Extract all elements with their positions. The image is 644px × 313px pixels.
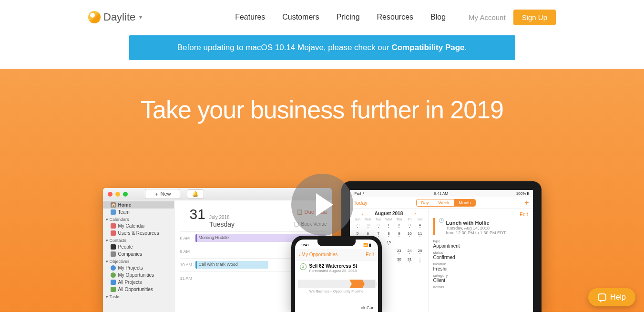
new-button: ＋ New xyxy=(145,189,180,199)
sidebar-item-my-projects: My Projects xyxy=(103,264,174,271)
hero-section: Take your business further in 2019 ＋ New… xyxy=(0,69,644,312)
iphone-contact-snippet: ok Carr xyxy=(361,305,375,310)
sidebar-head-tasks: ▾ Tasks xyxy=(103,293,174,300)
ipad-add-icon: + xyxy=(524,198,529,207)
logo-icon xyxy=(88,11,101,23)
brand-logo[interactable]: Daylite ▾ xyxy=(88,11,142,23)
sidebar-item-companies: Companies xyxy=(103,250,174,258)
sidebar-item-my-opportunities: My Opportunities xyxy=(103,271,174,279)
date-weekday: Tuesday xyxy=(209,220,235,229)
hero-headline: Take your business further in 2019 xyxy=(0,95,644,124)
banner-suffix: . xyxy=(465,43,467,52)
brand-name: Daylite xyxy=(103,11,135,23)
seg-month: Month xyxy=(454,199,475,206)
play-icon xyxy=(316,193,333,216)
cal-prev-icon: ‹ xyxy=(361,211,363,216)
iphone-header: ‹ My Opportunities Edit xyxy=(295,249,378,261)
iphone-back-link: ‹ My Opportunities xyxy=(299,252,338,257)
sidebar-item-my-calendar: My Calendar xyxy=(103,222,174,230)
iphone-opportunity-card: $ Sell 62 Watercress St Forecasted Augus… xyxy=(295,261,378,276)
iphone-device: 9:41📶 ▮ ‹ My Opportunities Edit $ Sell 6… xyxy=(291,236,382,312)
banner-link: Compatibility Page xyxy=(392,43,465,52)
help-label: Help xyxy=(610,293,626,302)
seg-day: Day xyxy=(417,199,434,206)
close-dot-icon xyxy=(108,192,112,197)
sidebar-item-all-opportunities: All Opportunities xyxy=(103,286,174,293)
seg-week: Week xyxy=(434,199,454,206)
sidebar-item-people: People xyxy=(103,243,174,250)
sidebar-head-objectives: ▾ Objectives xyxy=(103,258,174,264)
sidebar-item-team: Team xyxy=(103,209,174,216)
nav-pricing[interactable]: Pricing xyxy=(337,13,360,21)
nav-customers[interactable]: Customers xyxy=(282,13,319,21)
chat-bubble-icon xyxy=(598,293,606,301)
play-video-button[interactable] xyxy=(291,174,353,236)
account-area: My Account Sign Up xyxy=(469,10,556,25)
iphone-notch xyxy=(317,240,356,246)
date-month: July 2018 xyxy=(209,215,235,220)
compatibility-banner[interactable]: Before updating to macOS 10.14 Mojave, p… xyxy=(129,35,515,60)
main-nav: Features Customers Pricing Resources Blo… xyxy=(235,13,446,21)
nav-resources[interactable]: Resources xyxy=(377,13,413,21)
date-day: 31 xyxy=(190,206,205,222)
banner-prefix: Before updating to macOS 10.14 Mojave, p… xyxy=(177,43,392,52)
sidebar-item-all-projects: All Projects xyxy=(103,279,174,286)
mac-sidebar: 🏠Home Team ▾ Calendars My Calendar Users… xyxy=(103,200,174,312)
event-call-mark: Call with Mark Wood xyxy=(195,261,268,269)
sidebar-head-calendars: ▾ Calendars xyxy=(103,216,174,222)
sidebar-head-contacts: ▾ Contacts xyxy=(103,237,174,243)
help-widget[interactable]: Help xyxy=(588,288,635,306)
ipad-header: Today Day Week Month + xyxy=(350,197,533,209)
ipad-event-detail: Edit 🕐 Lunch with Hollie Tuesday, Aug 14… xyxy=(429,209,533,312)
minimize-dot-icon xyxy=(115,192,120,197)
bell-icon: 🔔 xyxy=(187,189,204,198)
iphone-edit-link: Edit xyxy=(366,252,374,257)
opportunity-pipeline xyxy=(298,280,375,288)
ipad-statusbar: iPad ᯤ9:41 AM100% ▮ xyxy=(350,190,533,197)
nav-blog[interactable]: Blog xyxy=(430,13,446,21)
ipad-edit-link: Edit xyxy=(433,212,528,217)
sidebar-item-home: 🏠Home xyxy=(103,201,174,209)
signup-button[interactable]: Sign Up xyxy=(513,10,556,25)
event-title: Lunch with Hollie xyxy=(446,220,506,226)
chevron-down-icon: ▾ xyxy=(139,14,142,21)
zoom-dot-icon xyxy=(123,192,128,197)
nav-features[interactable]: Features xyxy=(235,13,265,21)
site-header: Daylite ▾ Features Customers Pricing Res… xyxy=(0,0,644,34)
ipad-today-link: Today xyxy=(354,200,368,206)
my-account-link[interactable]: My Account xyxy=(469,13,506,21)
ipad-view-segment: Day Week Month xyxy=(416,199,476,207)
cal-next-icon: › xyxy=(414,211,416,216)
sidebar-item-users-resources: Users & Resources xyxy=(103,230,174,237)
